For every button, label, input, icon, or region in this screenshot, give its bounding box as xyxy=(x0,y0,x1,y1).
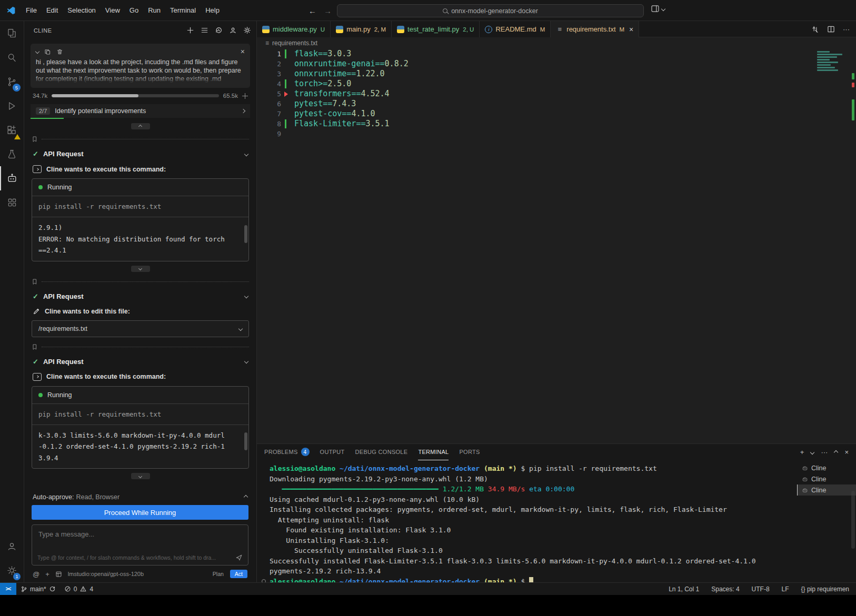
focus-chain-row[interactable]: 2/7 Identify potential improvements xyxy=(31,104,250,118)
breadcrumb-file[interactable]: requirements.txt xyxy=(272,39,317,47)
status-item[interactable]: UTF-8 xyxy=(748,585,773,593)
explorer-icon[interactable] xyxy=(0,21,24,45)
menu-file[interactable]: File xyxy=(21,4,42,16)
cline-extension-icon[interactable] xyxy=(0,166,24,190)
menu-run[interactable]: Run xyxy=(143,4,165,16)
line-number[interactable]: 1 xyxy=(257,49,281,59)
back-icon[interactable]: ← xyxy=(308,6,316,15)
sync-icon[interactable] xyxy=(49,585,56,592)
rules-icon[interactable] xyxy=(55,571,62,578)
scrollbar-thumb[interactable] xyxy=(244,432,247,450)
source-control-icon[interactable]: 5 xyxy=(0,69,24,94)
collapse-task-icon[interactable] xyxy=(35,49,39,54)
new-task-icon[interactable] xyxy=(186,26,194,34)
testing-icon[interactable] xyxy=(0,142,24,166)
minimap[interactable] xyxy=(817,51,848,71)
new-terminal-icon[interactable]: + xyxy=(800,448,804,456)
close-tab-icon[interactable]: × xyxy=(629,25,633,34)
api-request-row[interactable]: ✓ API Request xyxy=(33,150,248,158)
account-icon[interactable] xyxy=(229,26,237,34)
model-selector[interactable]: lmstudio:openai/gpt-oss-120b xyxy=(68,571,144,577)
expand-context-icon[interactable] xyxy=(242,93,248,99)
line-number[interactable]: 2 xyxy=(257,59,281,69)
line-number[interactable]: 4 xyxy=(257,79,281,89)
close-task-icon[interactable]: × xyxy=(241,47,245,56)
mention-context-icon[interactable]: @ xyxy=(33,570,39,578)
file-path-dropdown[interactable]: /requirements.txt xyxy=(32,320,249,337)
tab-README.md[interactable]: iREADME.mdM xyxy=(480,21,551,37)
breadcrumb[interactable]: ≡ requirements.txt xyxy=(257,37,856,49)
panel-tab-output[interactable]: OUTPUT xyxy=(320,444,345,460)
terminal-scrollbar[interactable] xyxy=(851,491,855,549)
search-view-icon[interactable] xyxy=(0,45,24,69)
plan-mode-button[interactable]: Plan xyxy=(208,570,228,578)
problems-status[interactable]: 0 4 xyxy=(60,583,97,595)
menu-terminal[interactable]: Terminal xyxy=(165,4,201,16)
panel-tab-terminal[interactable]: TERMINAL xyxy=(418,444,449,460)
terminal-tab-cline[interactable]: Cline xyxy=(797,462,856,473)
task-card[interactable]: × hi , please have a look at the project… xyxy=(31,44,250,88)
accounts-icon[interactable] xyxy=(0,534,24,558)
menu-edit[interactable]: Edit xyxy=(42,4,63,16)
add-icon[interactable]: + xyxy=(45,570,49,578)
line-number[interactable]: 3 xyxy=(257,69,281,79)
tab-test_rate_limit.py[interactable]: test_rate_limit.py2, U xyxy=(392,21,480,37)
api-request-row[interactable]: ✓ API Request xyxy=(33,292,248,300)
line-number[interactable]: 8 xyxy=(257,119,281,129)
tab-requirements.txt[interactable]: ≡requirements.txtM× xyxy=(551,21,639,37)
panel-tab-ports[interactable]: PORTS xyxy=(459,444,480,460)
delete-task-icon[interactable] xyxy=(56,48,63,55)
history-icon[interactable] xyxy=(215,26,223,34)
menu-help[interactable]: Help xyxy=(201,4,224,16)
forward-icon[interactable]: → xyxy=(324,6,332,15)
panel-tab-debug-console[interactable]: DEBUG CONSOLE xyxy=(355,444,408,460)
terminal-profile-chevron-icon[interactable] xyxy=(810,450,814,454)
expand-output-pill[interactable] xyxy=(131,473,150,479)
command-output[interactable]: k-3.0.3 limits-5.6.0 markdown-it-py-4.0.… xyxy=(32,425,248,469)
scroll-up-pill[interactable] xyxy=(131,123,150,129)
command-center-search[interactable]: onnx-model-generator-docker xyxy=(337,4,644,17)
settings-gear-icon[interactable]: 1 xyxy=(0,558,24,582)
remote-indicator[interactable]: >< xyxy=(0,583,16,595)
panel-tab-problems[interactable]: PROBLEMS4 xyxy=(264,444,310,460)
line-number[interactable]: 7 xyxy=(257,109,281,119)
maximize-panel-icon[interactable] xyxy=(834,450,838,454)
scrollbar-thumb[interactable] xyxy=(244,225,247,243)
menu-go[interactable]: Go xyxy=(125,4,143,16)
split-editor-icon[interactable] xyxy=(827,25,835,33)
panel-more-icon[interactable]: ··· xyxy=(821,448,828,456)
terminal-tab-cline[interactable]: Cline xyxy=(797,473,856,484)
copy-icon[interactable] xyxy=(44,48,51,55)
close-panel-icon[interactable]: × xyxy=(844,448,849,456)
send-icon[interactable] xyxy=(235,554,243,561)
line-number[interactable]: 5 xyxy=(257,89,281,99)
auto-approve-row[interactable]: Auto-approve: Read, Browser xyxy=(33,493,247,501)
api-request-row[interactable]: ✓ API Request xyxy=(33,358,248,366)
open-changes-icon[interactable] xyxy=(811,25,819,33)
terminal-tab-cline[interactable]: Cline xyxy=(797,484,856,496)
status-item[interactable]: {} pip requiremen xyxy=(798,585,853,593)
status-item[interactable]: LF xyxy=(778,585,793,593)
tab-main.py[interactable]: main.py2, M xyxy=(331,21,392,37)
vscode-logo-icon[interactable] xyxy=(6,6,16,15)
task-list-icon[interactable] xyxy=(201,26,208,34)
line-number[interactable]: 9 xyxy=(257,129,281,139)
git-branch-status[interactable]: main* xyxy=(16,583,60,595)
mcp-servers-icon[interactable] xyxy=(0,190,24,215)
menu-view[interactable]: View xyxy=(101,4,125,16)
code-editor[interactable]: 1flask==3.0.32onnxruntime-genai==0.8.23o… xyxy=(257,49,856,443)
command-output[interactable]: 2.9.1)ERROR: No matching distribution fo… xyxy=(32,217,248,261)
more-actions-icon[interactable]: ··· xyxy=(843,25,850,33)
menu-selection[interactable]: Selection xyxy=(63,4,100,16)
settings-icon[interactable] xyxy=(243,26,251,34)
message-input[interactable]: Type a message... Type @ for context, / … xyxy=(32,524,248,565)
expand-output-pill[interactable] xyxy=(131,266,150,272)
status-item[interactable]: Spaces: 4 xyxy=(708,585,743,593)
terminal-viewport[interactable]: alessio@asoldano ~/dati/onnx-model-gener… xyxy=(257,460,797,582)
layout-toggle-button[interactable] xyxy=(651,5,665,12)
run-debug-icon[interactable] xyxy=(0,94,24,118)
line-number[interactable]: 6 xyxy=(257,99,281,109)
tab-middleware.py[interactable]: middleware.pyU xyxy=(257,21,331,37)
extensions-icon[interactable] xyxy=(0,118,24,142)
status-item[interactable]: Ln 1, Col 1 xyxy=(665,585,703,593)
